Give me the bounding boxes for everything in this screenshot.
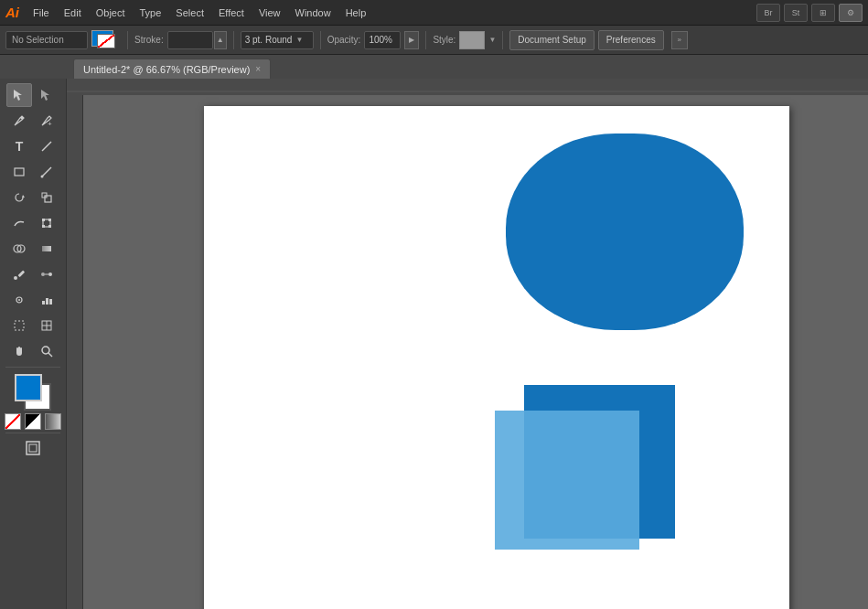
svg-rect-29 [15,321,24,330]
warp-tools [6,211,59,235]
menu-object[interactable]: Object [90,5,132,21]
small-swatches [5,413,61,430]
blend-tool[interactable] [34,262,59,286]
svg-point-25 [18,299,20,301]
document-setup-button[interactable]: Document Setup [509,30,595,50]
pencil-tool[interactable] [34,160,59,184]
svg-point-33 [42,347,49,354]
shape-ellipse [506,134,744,330]
svg-line-6 [42,167,51,176]
add-anchor-tool[interactable]: + [34,109,59,133]
select-tool[interactable] [6,83,32,107]
artboard-tools [6,314,59,337]
style-label: Style: [433,35,455,45]
menu-file[interactable]: File [27,5,56,21]
svg-rect-12 [42,219,45,221]
document-tab[interactable]: Untitled-2* @ 66.67% (RGB/Preview) × [73,59,271,79]
svg-rect-9 [45,196,51,202]
brush-tools [6,186,59,209]
svg-point-20 [14,276,17,280]
menu-effect[interactable]: Effect [212,5,251,21]
svg-rect-26 [42,301,45,304]
tab-title: Untitled-2* @ 66.67% (RGB/Preview) [83,64,250,75]
menu-edit[interactable]: Edit [58,5,88,21]
menu-bar: Ai File Edit Object Type Select Effect V… [0,0,868,26]
svg-rect-37 [67,79,868,95]
artboard-tool[interactable] [6,314,32,337]
options-bar: No Selection Stroke: ▲ 3 pt. Round ▼ Opa… [0,26,868,55]
type-tool[interactable]: T [6,134,32,158]
black-white-swatch[interactable] [25,413,41,430]
shape-builder-tool[interactable] [6,237,32,261]
zoom-tool[interactable] [34,339,59,363]
svg-point-7 [41,176,44,178]
stock-icon[interactable]: St [784,4,808,22]
rotate-tool[interactable] [6,186,32,209]
warp-tool[interactable] [6,211,32,235]
symbol-tool[interactable] [6,288,32,312]
menu-window[interactable]: Window [289,5,338,21]
stroke-weight-input[interactable] [167,31,213,49]
gradient-tool[interactable] [34,237,59,261]
svg-rect-35 [27,442,39,454]
scale-tool[interactable] [34,186,59,209]
opacity-label: Opacity: [327,35,361,45]
svg-point-22 [48,272,52,276]
svg-point-21 [41,272,45,276]
ruler-left [67,95,83,609]
flame-icon[interactable]: ⚙ [839,4,863,22]
opacity-arrow[interactable]: ▶ [404,31,419,49]
sep5 [502,31,503,49]
canvas-area[interactable] [67,79,868,609]
hand-tool[interactable] [6,339,32,363]
stroke-profile-arrow: ▼ [295,36,303,44]
stroke-weight-up[interactable]: ▲ [214,31,227,49]
pen-tool[interactable] [6,109,32,133]
options-more-arrow[interactable]: » [671,31,688,49]
color-main [15,374,51,411]
draw-tools-1: + [6,109,59,133]
preferences-button[interactable]: Preferences [598,30,664,50]
svg-line-34 [48,353,52,357]
direct-select-tool[interactable] [34,83,59,107]
stroke-profile-select[interactable]: 3 pt. Round ▼ [241,31,314,49]
stroke-profile-value: 3 pt. Round [245,35,293,45]
svg-line-4 [42,142,51,151]
style-swatch[interactable] [459,31,485,49]
app-icons: Br St ⊞ ⚙ [756,4,863,22]
free-transform-tool[interactable] [34,211,59,235]
svg-rect-27 [46,298,48,304]
grid-icon[interactable]: ⊞ [811,4,835,22]
fill-color-control[interactable] [91,30,121,50]
line-tool[interactable] [34,134,59,158]
shape-tools [6,160,59,184]
bridge-icon[interactable]: Br [756,4,780,22]
none-swatch[interactable] [5,413,21,430]
svg-rect-36 [29,444,37,452]
slice-tool[interactable] [34,314,59,337]
menu-type[interactable]: Type [134,5,168,21]
artboard-view-btn[interactable] [20,436,46,460]
toolbar-divider [5,367,60,368]
menu-select[interactable]: Select [169,5,210,21]
menu-view[interactable]: View [252,5,287,21]
toolbar-divider-2 [5,433,60,433]
svg-point-2 [21,117,24,120]
fill-color-swatch[interactable] [15,374,42,401]
main-layout: + T [0,79,868,609]
style-arrow[interactable]: ▼ [488,36,496,44]
svg-rect-5 [15,168,24,176]
gradient-swatch[interactable] [45,413,61,430]
shape-rect-front [495,411,639,550]
menu-help[interactable]: Help [339,5,373,21]
tab-close-button[interactable]: × [255,64,261,74]
sep3 [320,31,321,49]
svg-rect-18 [42,246,51,251]
stroke-weight-control: ▲ [167,31,227,49]
app-logo: Ai [5,5,19,20]
ruler-top [67,79,868,95]
shape-builder-tools [6,237,59,261]
rect-tool[interactable] [6,160,32,184]
graph-tool[interactable] [34,288,59,312]
eyedropper-tool[interactable] [6,262,32,286]
